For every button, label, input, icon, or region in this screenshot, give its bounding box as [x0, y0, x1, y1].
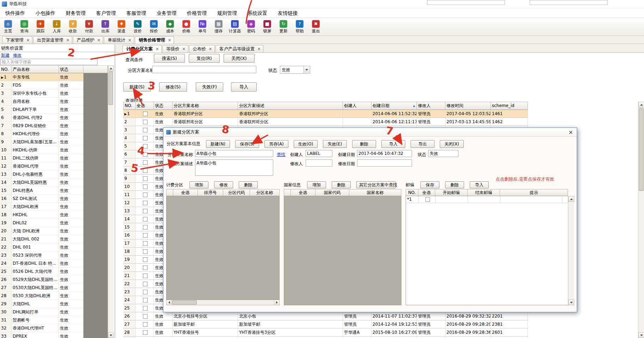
menu-item[interactable]: 小包操作 — [30, 8, 61, 18]
row-checkbox[interactable] — [143, 160, 148, 165]
row-checkbox[interactable] — [143, 233, 148, 238]
scroll-up-icon[interactable] — [568, 196, 574, 202]
close-icon[interactable] — [65, 38, 70, 43]
creator-input[interactable] — [306, 150, 332, 157]
dialog-toolbar-button[interactable]: 生效(O) — [294, 140, 318, 148]
row-checkbox[interactable] — [143, 282, 148, 286]
row-checkbox[interactable] — [143, 176, 148, 181]
import-button[interactable]: 导入 — [231, 82, 257, 92]
close-icon[interactable] — [568, 129, 574, 136]
row-checkbox[interactable] — [425, 197, 430, 202]
row-checkbox[interactable] — [143, 128, 148, 132]
sidebar-scrollbar[interactable] — [108, 65, 113, 338]
dialog-toolbar-button[interactable]: 导入 — [381, 140, 405, 148]
row-checkbox[interactable] — [143, 306, 148, 311]
search-button[interactable]: 搜索(S) — [154, 54, 185, 63]
toolbar-button[interactable]: ⌂ 主页 — [0, 18, 16, 36]
country-section-button[interactable]: 其它分区方案中查找 — [356, 181, 396, 188]
scroll-up-icon[interactable] — [638, 102, 644, 107]
row-checkbox[interactable] — [143, 298, 148, 302]
menu-item[interactable]: 规则管理 — [212, 8, 242, 18]
toolbar-button[interactable]: ▦ 缓存 — [211, 18, 227, 36]
toolbar-button[interactable]: ◈ 密码 — [243, 18, 259, 36]
close-icon[interactable] — [155, 46, 160, 51]
row-checkbox[interactable] — [143, 322, 148, 327]
menu-item[interactable]: 业务管理 — [151, 8, 182, 18]
result-row[interactable]: 2 生效 香港联邦IE分区 香港联邦IE分区 2014-06-06 12:11:… — [123, 118, 528, 126]
postcode-section-button[interactable]: 导入 — [470, 181, 489, 188]
scroll-up-icon[interactable] — [108, 65, 114, 71]
modifier-input[interactable] — [306, 159, 332, 167]
main-tab[interactable]: 销售价格管理 — [135, 36, 174, 44]
dialog-toolbar-button[interactable]: 失效(E) — [323, 140, 347, 148]
row-checkbox[interactable] — [143, 144, 148, 149]
postcode-vscrollbar[interactable] — [568, 196, 574, 305]
result-row[interactable]: 29 生效 — [123, 337, 528, 338]
toolbar-button[interactable]: ↻ 更新 — [275, 18, 292, 36]
row-checkbox[interactable] — [143, 184, 148, 189]
row-checkbox[interactable] — [143, 201, 148, 205]
main-tab[interactable]: 产品维护 — [73, 36, 103, 44]
scroll-down-icon[interactable] — [108, 332, 114, 338]
toolbar-button[interactable]: № 单号 — [194, 18, 211, 36]
row-checkbox[interactable] — [143, 249, 148, 254]
result-row[interactable]: 28 生效 YHT香港挂号 YHT香港挂号3分区 宇华通A 2015-08-10… — [123, 328, 528, 337]
row-checkbox[interactable] — [143, 136, 148, 140]
scroll-thumb[interactable] — [172, 300, 197, 305]
row-checkbox[interactable] — [143, 257, 148, 262]
row-checkbox[interactable] — [143, 330, 148, 335]
main-tab[interactable]: 单据统计 — [104, 36, 134, 44]
toolbar-button[interactable]: ■ 锁屏 — [259, 18, 275, 36]
toolbar-button[interactable]: ✎ 设价 — [130, 18, 146, 36]
dialog-toolbar-button[interactable]: 另存(A) — [264, 140, 288, 148]
main-tab[interactable]: 出货渠道管理 — [33, 36, 72, 44]
find-link[interactable]: 查找 — [277, 152, 285, 158]
toolbar-button[interactable]: ▤ 计算器 — [227, 18, 243, 36]
scheme-desc-textarea[interactable]: A华磊小包 — [195, 159, 273, 176]
menu-item[interactable]: 价格管理 — [182, 8, 212, 18]
row-checkbox[interactable] — [143, 265, 148, 270]
postcode-row[interactable]: *1 — [406, 196, 574, 203]
close-icon[interactable] — [26, 38, 30, 43]
reset-button[interactable]: 复位(R) — [189, 54, 220, 63]
row-checkbox[interactable] — [143, 290, 148, 294]
row-checkbox[interactable] — [143, 209, 148, 213]
dialog-toolbar-button[interactable]: 新建(N) — [206, 140, 230, 148]
result-row[interactable]: 1 生效 香港联邦IP分区 香港联邦IP分区 2014-06-06 11:52:… — [123, 110, 528, 118]
toolbar-button[interactable]: ✉ 报价 — [146, 18, 162, 36]
new-link[interactable]: 新建 — [1, 52, 10, 58]
close-icon[interactable] — [167, 38, 172, 43]
zone-hscrollbar[interactable] — [166, 300, 280, 305]
zone-section-button[interactable]: 增加 — [189, 181, 208, 188]
row-checkbox[interactable] — [143, 120, 148, 124]
zone-section-button[interactable]: 删除 — [239, 181, 258, 188]
dialog-toolbar-button[interactable]: 删除 — [352, 140, 376, 148]
edit-button[interactable]: 修改(S) — [159, 82, 187, 92]
scroll-right-icon[interactable] — [274, 300, 279, 305]
scroll-thumb[interactable] — [108, 71, 113, 105]
close-icon[interactable] — [208, 46, 213, 51]
row-checkbox[interactable] — [143, 217, 148, 221]
scroll-thumb[interactable] — [639, 108, 644, 191]
row-checkbox[interactable] — [143, 274, 148, 278]
edit-link[interactable]: 修改 — [13, 52, 21, 58]
disable-button[interactable]: 失效(F) — [196, 82, 223, 92]
toolbar-button[interactable]: ? 帮助 — [292, 18, 308, 36]
dialog-toolbar-button[interactable]: 导出 — [411, 140, 434, 148]
scroll-down-icon[interactable] — [638, 332, 644, 338]
toolbar-button[interactable]: ↑ 出库 — [97, 18, 113, 36]
menu-item[interactable]: 财务管理 — [61, 8, 91, 18]
results-scrollbar[interactable] — [638, 102, 644, 338]
status-select[interactable]: 生效 — [280, 66, 310, 74]
sub-tab[interactable]: 客户产品等级设置 — [215, 45, 263, 52]
create-date-input[interactable] — [357, 150, 412, 157]
search-input[interactable] — [0, 59, 98, 65]
postcode-section-button[interactable]: 删除 — [445, 181, 464, 188]
toolbar-button[interactable]: ● 价格 — [178, 18, 194, 36]
zone-section-button[interactable]: 修改 — [214, 181, 233, 188]
result-row[interactable]: 26 生效 北京小包挂号分区 北京小包 管理员 2014-11-07 11:02… — [123, 312, 528, 320]
main-tab[interactable]: 下家管理 — [2, 36, 32, 44]
scheme-name-input[interactable] — [152, 66, 256, 73]
scroll-down-icon[interactable] — [568, 300, 574, 305]
sub-tab[interactable]: 公布价 — [189, 45, 215, 52]
